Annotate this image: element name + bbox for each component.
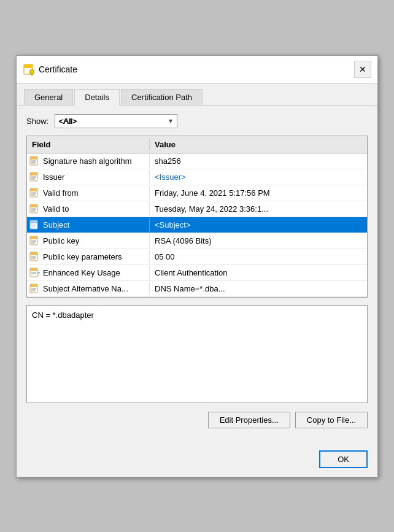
svg-rect-23 <box>30 204 37 207</box>
content-area: Show: <All> <All> Field Value <box>17 106 377 445</box>
svg-rect-28 <box>30 220 37 223</box>
cert-field-icon <box>29 283 41 293</box>
svg-rect-38 <box>30 252 37 255</box>
tab-general[interactable]: General <box>24 89 73 106</box>
svg-rect-18 <box>30 188 37 191</box>
show-label: Show: <box>26 117 48 126</box>
show-row: Show: <All> <All> <box>26 114 368 128</box>
svg-rect-8 <box>30 156 37 160</box>
row-value: Tuesday, May 24, 2022 3:36:1... <box>150 202 367 215</box>
svg-point-4 <box>31 70 34 73</box>
cert-title-icon <box>23 63 35 75</box>
row-value-issuer: <Issuer> <box>150 171 367 183</box>
close-button[interactable]: ✕ <box>354 61 371 78</box>
table-header: Field Value <box>27 136 367 153</box>
row-field: Subject Alternative Na... <box>27 282 150 295</box>
table-row[interactable]: Signature hash algorithm sha256 <box>27 153 367 169</box>
field-column-header: Field <box>27 139 150 150</box>
show-select[interactable]: <All> <box>55 114 177 128</box>
copy-to-file-button[interactable]: Copy to File... <box>295 412 368 428</box>
cert-field-icon <box>29 252 41 261</box>
cert-field-icon-download <box>29 268 41 277</box>
table-row[interactable]: Public key parameters 05 00 <box>27 249 367 265</box>
row-value: <Subject> <box>150 218 367 231</box>
tab-details[interactable]: Details <box>74 89 120 106</box>
value-column-header: Value <box>150 139 367 150</box>
dialog-title: Certificate <box>39 64 77 74</box>
svg-rect-5 <box>31 74 33 75</box>
svg-marker-46 <box>38 272 40 274</box>
table-row[interactable]: Public key RSA (4096 Bits) <box>27 233 367 249</box>
ok-button[interactable]: OK <box>319 450 368 468</box>
row-field: Valid to <box>27 202 150 215</box>
row-field: Public key parameters <box>27 250 150 263</box>
cert-field-icon <box>29 220 41 229</box>
svg-rect-49 <box>30 284 37 287</box>
row-field: Issuer <box>27 170 150 183</box>
svg-rect-13 <box>30 172 37 175</box>
row-field: Enhanced Key Usage <box>27 266 150 279</box>
svg-rect-6 <box>32 74 33 75</box>
cert-field-icon <box>29 204 41 214</box>
ok-row: OK <box>17 445 377 477</box>
action-buttons: Edit Properties... Copy to File... <box>26 412 368 428</box>
table-row[interactable]: Enhanced Key Usage Client Authentication <box>27 265 367 281</box>
tab-certification-path[interactable]: Certification Path <box>121 89 203 106</box>
svg-rect-43 <box>30 268 37 271</box>
row-value: RSA (4096 Bits) <box>150 234 367 247</box>
detail-text: CN = *.dbadapter <box>32 310 94 320</box>
row-value: sha256 <box>150 155 367 168</box>
table-row[interactable]: Subject Alternative Na... DNS Name=*.dba… <box>27 281 367 297</box>
table-row[interactable]: Issuer <Issuer> <box>27 169 367 185</box>
title-bar: Certificate ✕ <box>17 56 377 83</box>
row-field: Subject <box>27 218 150 231</box>
table-scroll[interactable]: Signature hash algorithm sha256 <box>27 153 367 297</box>
svg-rect-33 <box>30 236 37 239</box>
certificate-dialog: Certificate ✕ General Details Certificat… <box>16 55 378 477</box>
title-bar-left: Certificate <box>23 63 77 75</box>
detail-box: CN = *.dbadapter <box>26 305 368 403</box>
svg-rect-2 <box>24 64 33 68</box>
field-table: Field Value Signature hash algorith <box>26 136 368 298</box>
cert-field-icon <box>29 188 41 198</box>
row-field: Signature hash algorithm <box>27 154 150 168</box>
cert-field-icon <box>29 236 41 245</box>
table-row[interactable]: Valid to Tuesday, May 24, 2022 3:36:1... <box>27 201 367 217</box>
cert-field-icon <box>29 172 41 182</box>
table-row-selected[interactable]: Subject <Subject> <box>27 217 367 233</box>
svg-rect-47 <box>39 275 39 276</box>
cert-field-icon <box>29 156 41 166</box>
row-field: Valid from <box>27 186 150 199</box>
row-value: DNS Name=*.dba... <box>150 282 367 295</box>
edit-properties-button[interactable]: Edit Properties... <box>208 412 290 428</box>
tab-bar: General Details Certification Path <box>17 83 377 106</box>
table-row[interactable]: Valid from Friday, June 4, 2021 5:17:56 … <box>27 185 367 201</box>
show-select-wrapper[interactable]: <All> <All> <box>55 114 177 128</box>
row-value: Client Authentication <box>150 266 367 279</box>
row-value: 05 00 <box>150 250 367 263</box>
row-value: Friday, June 4, 2021 5:17:56 PM <box>150 187 367 199</box>
row-field: Public key <box>27 234 150 247</box>
